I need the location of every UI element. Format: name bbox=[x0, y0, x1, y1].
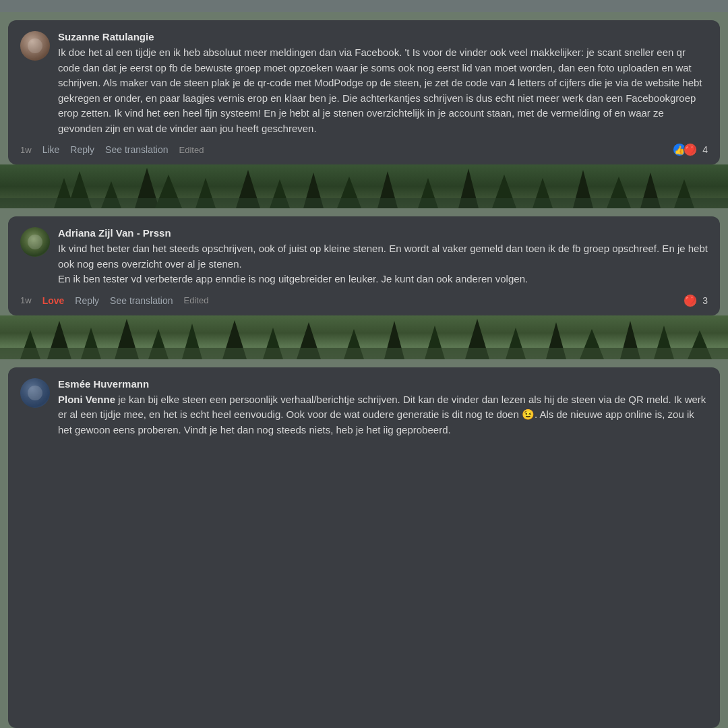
svg-rect-41 bbox=[0, 348, 728, 359]
svg-rect-20 bbox=[0, 198, 728, 208]
edited-label-2: Edited bbox=[184, 295, 209, 305]
reaction-number-2: 3 bbox=[702, 295, 708, 306]
page-container: Suzanne Ratulangie Ik doe het al een tij… bbox=[0, 0, 728, 728]
comment-header-1: Suzanne Ratulangie Ik doe het al een tij… bbox=[20, 31, 708, 136]
author-name-2: Adriana Zijl Van - Prssn bbox=[58, 227, 708, 239]
trees-svg-1 bbox=[0, 164, 728, 208]
comment-card-3: Esmée Huvermann Ploni Venne je kan bij e… bbox=[8, 367, 720, 729]
comment-actions-2: 1w Love Reply See translation Edited ❤️ … bbox=[20, 294, 708, 307]
reply-button-2[interactable]: Reply bbox=[75, 295, 99, 306]
reaction-icons-2: ❤️ bbox=[684, 294, 697, 307]
comment-time-1: 1w bbox=[20, 145, 32, 155]
comment-time-2: 1w bbox=[20, 295, 32, 305]
comment-card-2: Adriana Zijl Van - Prssn Ik vind het bet… bbox=[8, 216, 720, 315]
nature-strip-1 bbox=[0, 164, 728, 208]
top-bar bbox=[0, 0, 728, 12]
comment-mention-3: Ploni Venne bbox=[58, 394, 115, 405]
comment-wrapper-1: Suzanne Ratulangie Ik doe het al een tij… bbox=[0, 12, 728, 164]
love-button-2[interactable]: Love bbox=[42, 295, 65, 306]
comment-header-3: Esmée Huvermann Ploni Venne je kan bij e… bbox=[20, 378, 708, 438]
nature-strip-2 bbox=[0, 315, 728, 359]
reaction-count-1: 👍 ❤️ 4 bbox=[673, 143, 708, 156]
avatar-adriana bbox=[20, 227, 50, 257]
author-name-3: Esmée Huvermann bbox=[58, 378, 708, 390]
comment-card-1: Suzanne Ratulangie Ik doe het al een tij… bbox=[8, 20, 720, 164]
see-translation-button-1[interactable]: See translation bbox=[105, 144, 168, 155]
trees-svg-2 bbox=[0, 315, 728, 359]
love-reaction-icon-2: ❤️ bbox=[684, 294, 697, 307]
comment-header-2: Adriana Zijl Van - Prssn Ik vind het bet… bbox=[20, 227, 708, 287]
comment-body-2: Adriana Zijl Van - Prssn Ik vind het bet… bbox=[58, 227, 708, 287]
love-reaction-icon-1: ❤️ bbox=[684, 143, 697, 156]
comment-text-1: Ik doe het al een tijdje en ik heb absol… bbox=[58, 45, 708, 136]
reaction-icons-1: 👍 ❤️ bbox=[673, 143, 697, 156]
reply-button-1[interactable]: Reply bbox=[70, 144, 94, 155]
see-translation-button-2[interactable]: See translation bbox=[110, 295, 173, 306]
avatar-esmee bbox=[20, 378, 50, 408]
author-name-1: Suzanne Ratulangie bbox=[58, 31, 708, 42]
comment-actions-1: 1w Like Reply See translation Edited 👍 ❤… bbox=[20, 143, 708, 156]
comment-wrapper-2: Adriana Zijl Van - Prssn Ik vind het bet… bbox=[0, 208, 728, 315]
like-button-1[interactable]: Like bbox=[42, 144, 60, 155]
avatar-suzanne bbox=[20, 31, 50, 61]
reaction-count-2: ❤️ 3 bbox=[684, 294, 708, 307]
reaction-number-1: 4 bbox=[702, 144, 708, 155]
comment-body-1: Suzanne Ratulangie Ik doe het al een tij… bbox=[58, 31, 708, 136]
comment-text-3: Ploni Venne je kan bij elke steen een pe… bbox=[58, 392, 708, 438]
comment-wrapper-3: Esmée Huvermann Ploni Venne je kan bij e… bbox=[0, 359, 728, 729]
comment-text-after-mention-3: je kan bij elke steen een persoonlijk ve… bbox=[58, 394, 706, 435]
comment-text-2: Ik vind het beter dan het steeds opschri… bbox=[58, 241, 708, 287]
edited-label-1: Edited bbox=[179, 145, 204, 155]
comment-body-3: Esmée Huvermann Ploni Venne je kan bij e… bbox=[58, 378, 708, 438]
